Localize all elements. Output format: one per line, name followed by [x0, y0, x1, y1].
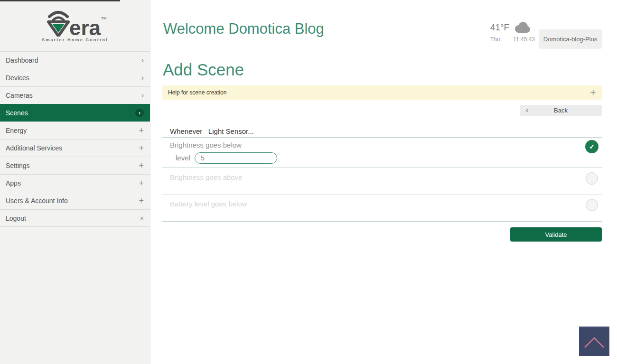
sidebar-item-logout[interactable]: Logout ×: [0, 209, 150, 227]
selected-check-icon[interactable]: ✓: [585, 140, 598, 153]
weather-widget: 41°F Thu 11:45:43: [490, 21, 535, 43]
vera-logo: era TM Smarter Home Control: [0, 0, 150, 51]
sidebar-item-label: Dashboard: [6, 56, 38, 64]
sidebar-item-label: Users & Account Info: [6, 197, 68, 205]
sidebar-item-dashboard[interactable]: Dashboard ›: [0, 51, 150, 69]
page-title: Add Scene: [163, 60, 244, 79]
sidebar-item-users-account-info[interactable]: Users & Account Info +: [0, 192, 150, 209]
sidebar-item-devices[interactable]: Devices ›: [0, 69, 150, 86]
back-button-label: Back: [554, 107, 568, 114]
plus-icon: +: [139, 161, 144, 170]
chevron-right-icon: ›: [141, 92, 144, 99]
help-bar-label: Help for scene creation: [168, 89, 226, 96]
sidebar: era TM Smarter Home Control Dashboard › …: [0, 0, 150, 364]
chevron-left-icon: ‹: [526, 106, 528, 114]
sidebar-item-scenes[interactable]: Scenes ›: [0, 104, 150, 121]
weather-time: 11:45:43: [513, 36, 535, 43]
close-icon: ×: [140, 215, 144, 222]
trigger-option-battery-below[interactable]: Battery level goes below: [170, 200, 247, 208]
back-button[interactable]: ‹ Back: [520, 105, 602, 116]
plus-icon: +: [139, 179, 144, 187]
sidebar-item-label: Devices: [6, 74, 29, 82]
sidebar-item-energy[interactable]: Energy +: [0, 121, 150, 139]
sidebar-item-label: Cameras: [6, 92, 33, 99]
level-field-label: level: [176, 154, 190, 162]
help-bar[interactable]: Help for scene creation +: [162, 85, 602, 100]
trigger-option-brightness-below[interactable]: Brightness goes below: [170, 141, 242, 149]
temperature-value: 41°F: [490, 22, 509, 33]
chevron-right-circle-icon: ›: [135, 109, 144, 117]
trigger-option-brightness-above[interactable]: Brightness goes above: [170, 173, 243, 181]
sidebar-item-label: Additional Services: [6, 144, 62, 152]
sidebar-item-settings[interactable]: Settings +: [0, 157, 150, 174]
trigger-device-header: Whenever _Light Sensor...: [170, 127, 254, 135]
divider: [162, 221, 602, 222]
svg-text:era: era: [69, 16, 101, 37]
divider: [162, 195, 602, 195]
divider: [162, 168, 602, 168]
sidebar-item-label: Apps: [6, 179, 21, 187]
radio-unselected-icon[interactable]: [586, 199, 598, 211]
sidebar-item-additional-services[interactable]: Additional Services +: [0, 139, 150, 157]
radio-unselected-icon[interactable]: [586, 172, 598, 185]
welcome-heading: Welcome Domotica Blog: [163, 21, 325, 37]
chevron-up-icon: [581, 332, 608, 351]
logo-tagline: Smarter Home Control: [42, 37, 108, 42]
sidebar-item-label: Energy: [6, 127, 27, 134]
cloud-icon: [513, 21, 535, 34]
plus-icon: +: [139, 144, 144, 152]
main-content: Welcome Domotica Blog Add Scene 41°F Thu…: [150, 0, 617, 364]
chevron-right-icon: ›: [141, 56, 144, 64]
expand-plus-icon[interactable]: +: [590, 87, 596, 98]
vera-logo-icon: era TM: [44, 9, 106, 37]
chevron-right-icon: ›: [141, 74, 144, 82]
sidebar-item-label: Logout: [6, 215, 26, 222]
scroll-to-top-button[interactable]: [579, 327, 609, 356]
weather-day: Thu: [490, 36, 509, 43]
sidebar-item-apps[interactable]: Apps +: [0, 174, 150, 192]
sidebar-item-cameras[interactable]: Cameras ›: [0, 86, 150, 104]
sidebar-menu: Dashboard › Devices › Cameras › Scenes ›…: [0, 51, 150, 227]
sidebar-item-label: Settings: [6, 162, 30, 169]
divider: [162, 137, 602, 138]
plus-icon: +: [139, 126, 144, 135]
controller-select-button[interactable]: Domotica-blog-Plus: [539, 29, 602, 49]
level-input[interactable]: [195, 152, 277, 164]
sidebar-item-label: Scenes: [6, 109, 28, 117]
validate-button[interactable]: Validate: [510, 227, 602, 242]
top-accent-bar: [0, 0, 120, 1]
plus-icon: +: [139, 196, 144, 205]
svg-text:TM: TM: [101, 16, 106, 20]
